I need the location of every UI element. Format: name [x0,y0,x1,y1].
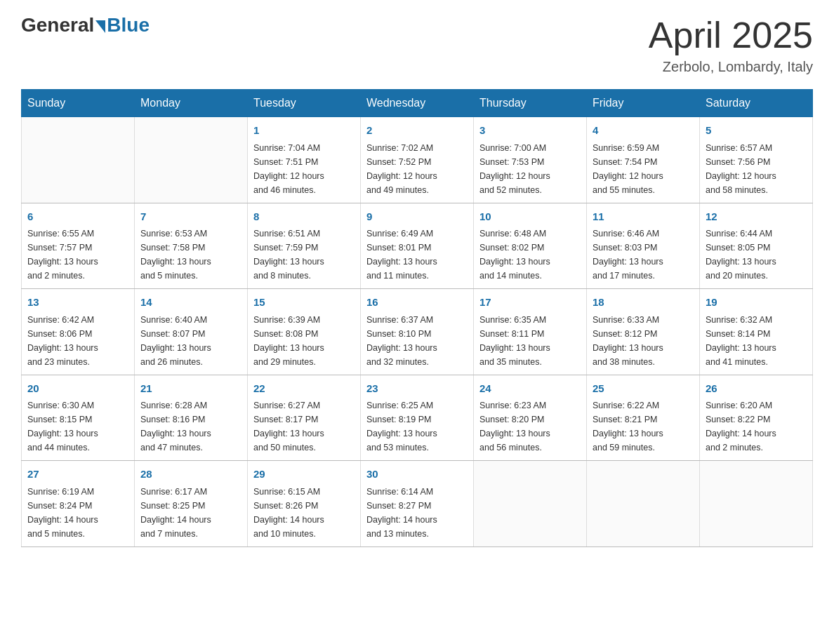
day-number: 14 [140,295,241,311]
calendar-cell: 11Sunrise: 6:46 AM Sunset: 8:03 PM Dayli… [587,203,700,289]
title-block: April 2025 Zerbolo, Lombardy, Italy [649,14,813,75]
calendar-cell: 28Sunrise: 6:17 AM Sunset: 8:25 PM Dayli… [135,461,248,547]
calendar-cell [474,461,587,547]
calendar-cell: 9Sunrise: 6:49 AM Sunset: 8:01 PM Daylig… [361,203,474,289]
day-number: 28 [140,467,241,483]
day-number: 6 [27,209,128,225]
calendar-cell: 19Sunrise: 6:32 AM Sunset: 8:14 PM Dayli… [700,289,813,375]
day-info: Sunrise: 7:00 AM Sunset: 7:53 PM Dayligh… [479,141,581,197]
day-number: 24 [479,381,581,397]
calendar-cell: 8Sunrise: 6:51 AM Sunset: 7:59 PM Daylig… [248,203,361,289]
day-info: Sunrise: 6:28 AM Sunset: 8:16 PM Dayligh… [140,398,241,455]
calendar-cell: 17Sunrise: 6:35 AM Sunset: 8:11 PM Dayli… [474,289,587,375]
calendar-cell: 1Sunrise: 7:04 AM Sunset: 7:51 PM Daylig… [248,117,361,203]
calendar-header-row: SundayMondayTuesdayWednesdayThursdayFrid… [22,90,813,117]
day-info: Sunrise: 6:39 AM Sunset: 8:08 PM Dayligh… [253,313,355,369]
calendar-week-row: 20Sunrise: 6:30 AM Sunset: 8:15 PM Dayli… [22,375,813,461]
day-number: 2 [366,123,468,139]
day-info: Sunrise: 6:32 AM Sunset: 8:14 PM Dayligh… [706,313,807,369]
day-of-week-header: Thursday [474,90,587,117]
day-info: Sunrise: 6:48 AM Sunset: 8:02 PM Dayligh… [479,227,581,283]
calendar-cell: 30Sunrise: 6:14 AM Sunset: 8:27 PM Dayli… [361,461,474,547]
calendar-cell: 20Sunrise: 6:30 AM Sunset: 8:15 PM Dayli… [22,375,135,461]
day-info: Sunrise: 6:53 AM Sunset: 7:58 PM Dayligh… [140,227,241,283]
day-number: 17 [479,295,581,311]
calendar-cell: 16Sunrise: 6:37 AM Sunset: 8:10 PM Dayli… [361,289,474,375]
day-number: 29 [253,467,355,483]
calendar-cell: 4Sunrise: 6:59 AM Sunset: 7:54 PM Daylig… [587,117,700,203]
calendar-cell: 12Sunrise: 6:44 AM Sunset: 8:05 PM Dayli… [700,203,813,289]
calendar-cell: 22Sunrise: 6:27 AM Sunset: 8:17 PM Dayli… [248,375,361,461]
day-info: Sunrise: 6:49 AM Sunset: 8:01 PM Dayligh… [366,227,468,283]
day-number: 3 [479,123,581,139]
day-number: 20 [27,381,128,397]
day-info: Sunrise: 6:59 AM Sunset: 7:54 PM Dayligh… [593,141,694,197]
day-info: Sunrise: 6:35 AM Sunset: 8:11 PM Dayligh… [479,313,581,369]
calendar-week-row: 13Sunrise: 6:42 AM Sunset: 8:06 PM Dayli… [22,289,813,375]
day-info: Sunrise: 6:22 AM Sunset: 8:21 PM Dayligh… [593,398,694,455]
page-header: General Blue April 2025 Zerbolo, Lombard… [21,14,813,75]
logo-arrow-icon [95,20,105,33]
day-info: Sunrise: 6:30 AM Sunset: 8:15 PM Dayligh… [27,398,128,455]
day-number: 11 [593,209,694,225]
day-number: 9 [366,209,468,225]
day-info: Sunrise: 6:42 AM Sunset: 8:06 PM Dayligh… [27,313,128,369]
day-number: 1 [253,123,355,139]
calendar-cell: 21Sunrise: 6:28 AM Sunset: 8:16 PM Dayli… [135,375,248,461]
day-info: Sunrise: 6:23 AM Sunset: 8:20 PM Dayligh… [479,398,581,455]
day-number: 4 [593,123,694,139]
day-number: 12 [706,209,807,225]
calendar-cell: 7Sunrise: 6:53 AM Sunset: 7:58 PM Daylig… [135,203,248,289]
day-info: Sunrise: 7:04 AM Sunset: 7:51 PM Dayligh… [253,141,355,197]
calendar-week-row: 27Sunrise: 6:19 AM Sunset: 8:24 PM Dayli… [22,461,813,547]
day-info: Sunrise: 6:46 AM Sunset: 8:03 PM Dayligh… [593,227,694,283]
logo-general-text: General [21,14,94,36]
calendar-cell: 6Sunrise: 6:55 AM Sunset: 7:57 PM Daylig… [22,203,135,289]
day-number: 18 [593,295,694,311]
day-number: 15 [253,295,355,311]
calendar-cell: 13Sunrise: 6:42 AM Sunset: 8:06 PM Dayli… [22,289,135,375]
day-info: Sunrise: 6:15 AM Sunset: 8:26 PM Dayligh… [253,485,355,541]
calendar-cell: 15Sunrise: 6:39 AM Sunset: 8:08 PM Dayli… [248,289,361,375]
day-info: Sunrise: 6:25 AM Sunset: 8:19 PM Dayligh… [366,398,468,455]
day-number: 30 [366,467,468,483]
calendar-cell [22,117,135,203]
day-number: 25 [593,381,694,397]
day-number: 8 [253,209,355,225]
calendar-cell: 5Sunrise: 6:57 AM Sunset: 7:56 PM Daylig… [700,117,813,203]
day-number: 10 [479,209,581,225]
day-number: 21 [140,381,241,397]
calendar-cell [700,461,813,547]
day-of-week-header: Tuesday [248,90,361,117]
day-info: Sunrise: 6:20 AM Sunset: 8:22 PM Dayligh… [706,398,807,455]
day-number: 7 [140,209,241,225]
day-number: 13 [27,295,128,311]
day-of-week-header: Wednesday [361,90,474,117]
calendar-cell: 25Sunrise: 6:22 AM Sunset: 8:21 PM Dayli… [587,375,700,461]
day-of-week-header: Monday [135,90,248,117]
day-info: Sunrise: 7:02 AM Sunset: 7:52 PM Dayligh… [366,141,468,197]
calendar-cell: 29Sunrise: 6:15 AM Sunset: 8:26 PM Dayli… [248,461,361,547]
logo: General Blue [21,14,150,36]
day-info: Sunrise: 6:19 AM Sunset: 8:24 PM Dayligh… [27,485,128,541]
calendar-cell: 26Sunrise: 6:20 AM Sunset: 8:22 PM Dayli… [700,375,813,461]
day-number: 22 [253,381,355,397]
logo-blue-text: Blue [107,14,150,36]
day-info: Sunrise: 6:51 AM Sunset: 7:59 PM Dayligh… [253,227,355,283]
day-info: Sunrise: 6:40 AM Sunset: 8:07 PM Dayligh… [140,313,241,369]
day-info: Sunrise: 6:55 AM Sunset: 7:57 PM Dayligh… [27,227,128,283]
day-of-week-header: Saturday [700,90,813,117]
calendar-cell [587,461,700,547]
calendar-cell [135,117,248,203]
day-of-week-header: Friday [587,90,700,117]
day-info: Sunrise: 6:33 AM Sunset: 8:12 PM Dayligh… [593,313,694,369]
day-number: 27 [27,467,128,483]
day-number: 19 [706,295,807,311]
day-info: Sunrise: 6:27 AM Sunset: 8:17 PM Dayligh… [253,398,355,455]
day-info: Sunrise: 6:37 AM Sunset: 8:10 PM Dayligh… [366,313,468,369]
day-info: Sunrise: 6:44 AM Sunset: 8:05 PM Dayligh… [706,227,807,283]
day-number: 23 [366,381,468,397]
day-info: Sunrise: 6:17 AM Sunset: 8:25 PM Dayligh… [140,485,241,541]
calendar-cell: 10Sunrise: 6:48 AM Sunset: 8:02 PM Dayli… [474,203,587,289]
calendar-cell: 3Sunrise: 7:00 AM Sunset: 7:53 PM Daylig… [474,117,587,203]
